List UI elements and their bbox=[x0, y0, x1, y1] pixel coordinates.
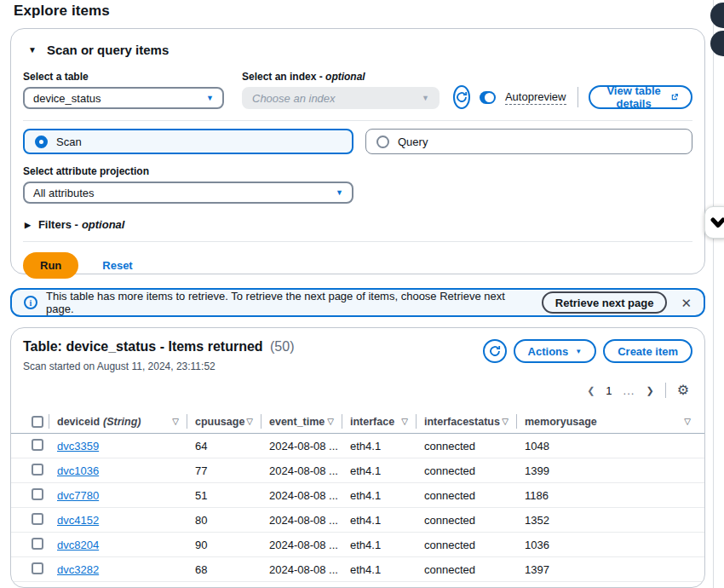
create-item-button[interactable]: Create item bbox=[603, 339, 692, 363]
row-checkbox[interactable] bbox=[32, 538, 43, 550]
column-header-memoryusage[interactable]: memoryusage▽ bbox=[525, 414, 692, 429]
cell-interface: eth4.1 bbox=[350, 440, 424, 453]
scan-query-section-header[interactable]: ▼ Scan or query items bbox=[23, 39, 692, 57]
filters-label: Filters - bbox=[38, 218, 78, 231]
sort-icon[interactable]: ▽ bbox=[684, 417, 691, 426]
filters-expander[interactable]: ▶ Filters - optional bbox=[23, 218, 692, 231]
row-checkbox[interactable] bbox=[32, 488, 43, 500]
view-table-details-button[interactable]: View table details bbox=[589, 85, 692, 109]
column-label: event_time bbox=[269, 416, 325, 428]
cell-memoryusage: 1397 bbox=[525, 563, 692, 576]
column-header-deviceid[interactable]: deviceid(String)▽ bbox=[57, 414, 187, 429]
chevron-down-icon bbox=[710, 217, 724, 228]
column-header-event_time[interactable]: event_time▽ bbox=[269, 414, 342, 429]
cell-cpuusage: 51 bbox=[195, 489, 269, 502]
refresh-button[interactable] bbox=[453, 85, 470, 109]
projection-select[interactable]: All attributes ▼ bbox=[23, 182, 353, 204]
side-panel-flap[interactable] bbox=[704, 206, 724, 239]
cell-deviceid: dvc1036 bbox=[57, 464, 195, 477]
cell-interfacestatus: connected bbox=[424, 489, 525, 502]
refresh-results-button[interactable] bbox=[483, 339, 507, 363]
query-mode-tile[interactable]: Query bbox=[365, 129, 692, 154]
table-row: dvc3359642024-08-08 ...eth4.1connected10… bbox=[11, 434, 704, 458]
actions-label: Actions bbox=[528, 345, 569, 358]
cell-memoryusage: 1048 bbox=[525, 440, 692, 453]
results-title-text: Table: device_status - Items returned bbox=[23, 339, 263, 354]
results-panel: Table: device_status - Items returned (5… bbox=[10, 327, 705, 588]
refresh-icon bbox=[489, 345, 501, 357]
column-header-cpuusage[interactable]: cpuusage▽ bbox=[195, 414, 261, 429]
results-title: Table: device_status - Items returned (5… bbox=[23, 339, 294, 355]
column-label: cpuusage bbox=[195, 416, 244, 428]
table-body: dvc3359642024-08-08 ...eth4.1connected10… bbox=[11, 434, 704, 588]
row-checkbox[interactable] bbox=[32, 562, 43, 574]
table-select[interactable]: device_status ▼ bbox=[23, 87, 224, 109]
item-link[interactable]: dvc3282 bbox=[57, 563, 99, 576]
previous-page-icon[interactable]: ❮ bbox=[587, 385, 595, 396]
autopreview-label[interactable]: Autopreview bbox=[505, 90, 566, 105]
next-page-icon[interactable]: ❯ bbox=[646, 385, 653, 396]
content-right-border bbox=[713, 0, 714, 588]
cell-interface: eth4.1 bbox=[350, 464, 424, 477]
cell-cpuusage: 80 bbox=[195, 514, 269, 527]
row-checkbox[interactable] bbox=[32, 513, 43, 525]
column-label: interface bbox=[350, 416, 394, 428]
row-checkbox-cell bbox=[32, 488, 57, 503]
row-checkbox-cell bbox=[32, 562, 57, 577]
table-row: dvc7780512024-08-08 ...eth4.1connected11… bbox=[11, 483, 704, 508]
column-label: deviceid bbox=[57, 416, 100, 428]
projection-label: Select attribute projection bbox=[23, 165, 692, 177]
select-all-checkbox[interactable] bbox=[32, 416, 43, 428]
cell-memoryusage: 1399 bbox=[525, 464, 692, 477]
retrieve-next-page-button[interactable]: Retrieve next page bbox=[542, 291, 668, 314]
item-link[interactable]: dvc1036 bbox=[57, 464, 99, 477]
row-checkbox[interactable] bbox=[32, 439, 43, 451]
cell-interfacestatus: connected bbox=[424, 563, 525, 576]
item-link[interactable]: dvc7780 bbox=[57, 489, 99, 502]
cell-memoryusage: 1186 bbox=[525, 489, 692, 502]
cell-cpuusage: 68 bbox=[195, 563, 269, 576]
table-select-field: Select a table device_status ▼ bbox=[23, 71, 224, 109]
cell-deviceid: dvc7780 bbox=[57, 489, 195, 502]
scan-mode-tile[interactable]: Scan bbox=[23, 129, 353, 154]
radio-selected-icon[interactable] bbox=[35, 135, 48, 148]
page-number[interactable]: 1 bbox=[606, 384, 612, 397]
table-row: dvc2040722024-08-08 ...eth4.1connected12… bbox=[11, 582, 704, 588]
sort-icon[interactable]: ▽ bbox=[172, 417, 179, 426]
controls-divider bbox=[577, 87, 578, 107]
gear-icon[interactable]: ⚙ bbox=[677, 383, 689, 397]
reset-link[interactable]: Reset bbox=[102, 259, 132, 272]
cell-memoryusage: 1352 bbox=[525, 514, 692, 527]
results-actions: Actions ▼ Create item bbox=[483, 339, 692, 363]
row-checkbox[interactable] bbox=[32, 464, 43, 476]
cell-deviceid: dvc4152 bbox=[57, 514, 195, 527]
index-select-field: Select an index - optional Choose an ind… bbox=[242, 71, 440, 109]
item-link[interactable]: dvc4152 bbox=[57, 514, 99, 527]
column-header-interface[interactable]: interface▽ bbox=[350, 414, 417, 429]
scan-query-header-label: Scan or query items bbox=[47, 43, 169, 57]
create-item-label: Create item bbox=[618, 345, 678, 358]
sort-icon[interactable]: ▽ bbox=[246, 417, 253, 426]
sort-icon[interactable]: ▽ bbox=[401, 417, 408, 426]
sort-icon[interactable]: ▽ bbox=[327, 417, 334, 426]
cell-interfacestatus: connected bbox=[424, 539, 525, 551]
column-header-interfacestatus[interactable]: interfacestatus▽ bbox=[424, 414, 517, 429]
table-select-value: device_status bbox=[33, 92, 101, 105]
row-checkbox-cell bbox=[32, 464, 57, 478]
refresh-icon bbox=[456, 91, 468, 103]
radio-unselected-icon[interactable] bbox=[376, 135, 389, 148]
actions-button[interactable]: Actions ▼ bbox=[514, 339, 597, 363]
cell-event_time: 2024-08-08 ... bbox=[269, 563, 350, 576]
run-button[interactable]: Run bbox=[23, 252, 78, 279]
close-icon[interactable]: ✕ bbox=[681, 297, 692, 309]
info-icon: i bbox=[24, 296, 37, 309]
sort-icon[interactable]: ▽ bbox=[502, 417, 509, 426]
mode-tiles: Scan Query bbox=[23, 129, 692, 154]
cell-interface: eth4.1 bbox=[350, 489, 424, 502]
item-link[interactable]: dvc3359 bbox=[57, 440, 99, 453]
pagination: ❮ 1 ... ❯ ⚙ bbox=[11, 372, 704, 400]
section-divider bbox=[23, 120, 692, 121]
footer-divider bbox=[23, 241, 692, 242]
item-link[interactable]: dvc8204 bbox=[57, 539, 99, 551]
autopreview-toggle[interactable] bbox=[480, 91, 496, 104]
